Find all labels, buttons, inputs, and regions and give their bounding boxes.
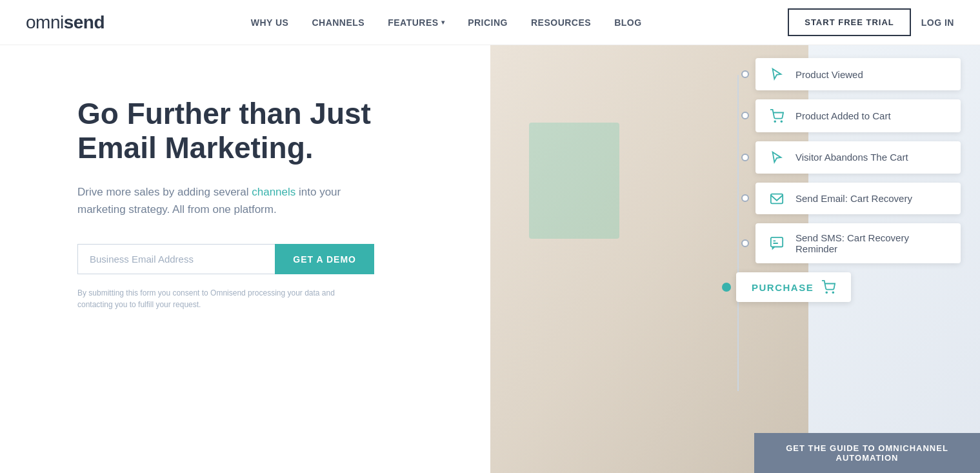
workflow-label-send-email: Send Email: Cart Recovery <box>795 193 912 204</box>
workflow-label-product-added: Product Added to Cart <box>795 110 891 121</box>
nav-item-resources[interactable]: RESOURCES <box>531 17 591 28</box>
channels-link[interactable]: channels <box>252 186 295 198</box>
main-content: Go Further than Just Email Marketing. Dr… <box>0 45 980 473</box>
hero-left: Go Further than Just Email Marketing. Dr… <box>0 45 490 473</box>
email-input[interactable] <box>77 244 275 274</box>
cursor-icon-2 <box>767 150 786 165</box>
hero-right: Product Viewed Product Added to Cart <box>490 45 981 473</box>
workflow-card-send-sms: Send SMS: Cart Recovery Reminder <box>755 223 961 263</box>
nav-item-channels[interactable]: CHANNELS <box>312 17 365 28</box>
form-disclaimer: By submitting this form you consent to O… <box>77 287 361 310</box>
get-demo-button[interactable]: GET A DEMO <box>275 244 374 274</box>
workflow-card-product-added: Product Added to Cart <box>755 99 961 132</box>
hero-subtitle: Drive more sales by adding several chann… <box>77 183 374 218</box>
workflow-dot-3 <box>741 154 749 161</box>
workflow-item-product-added: Product Added to Cart <box>741 99 961 132</box>
nav-item-pricing[interactable]: PRICING <box>468 17 508 28</box>
logo[interactable]: omnisend <box>26 12 105 33</box>
workflow-line <box>737 75 739 391</box>
email-form: GET A DEMO <box>77 244 374 274</box>
workflow-item-send-email: Send Email: Cart Recovery <box>741 183 961 214</box>
nav-item-why-us[interactable]: WHY US <box>251 17 289 28</box>
svg-point-4 <box>826 292 828 294</box>
bottom-cta-banner[interactable]: GET THE GUIDE TO OMNICHANNEL AUTOMATION <box>754 433 980 473</box>
nav-item-blog[interactable]: BLOG <box>614 17 641 28</box>
header-buttons: START FREE TRIAL LOG IN <box>788 8 954 36</box>
chevron-down-icon: ▾ <box>441 19 445 26</box>
svg-rect-3 <box>771 237 783 247</box>
purchase-row: PURCHASE <box>722 272 961 302</box>
purchase-cart-icon <box>821 280 835 294</box>
workflow-card-product-viewed: Product Viewed <box>755 58 961 90</box>
sms-icon <box>767 236 786 250</box>
purchase-dot <box>722 283 731 292</box>
workflow-card-send-email: Send Email: Cart Recovery <box>755 183 961 214</box>
email-icon <box>767 192 786 205</box>
workflow-label-product-viewed: Product Viewed <box>795 69 863 80</box>
svg-point-5 <box>833 292 834 294</box>
header: omnisend WHY US CHANNELS FEATURES ▾ PRIC… <box>0 0 980 45</box>
cart-icon-1 <box>767 108 786 123</box>
login-button[interactable]: LOG IN <box>921 17 954 28</box>
workflow-panel: Product Viewed Product Added to Cart <box>741 58 961 302</box>
workflow-dot-4 <box>741 194 749 202</box>
main-nav: WHY US CHANNELS FEATURES ▾ PRICING RESOU… <box>251 17 642 28</box>
workflow-item-product-viewed: Product Viewed <box>741 58 961 90</box>
workflow-label-visitor-abandons: Visitor Abandons The Cart <box>795 152 908 163</box>
svg-point-0 <box>774 121 775 122</box>
nav-item-features[interactable]: FEATURES ▾ <box>388 17 445 28</box>
workflow-dot-2 <box>741 112 749 119</box>
workflow-dot-1 <box>741 70 749 78</box>
purchase-label: PURCHASE <box>752 282 814 293</box>
workflow-card-visitor-abandons: Visitor Abandons The Cart <box>755 141 961 174</box>
hero-title: Go Further than Just Email Marketing. <box>77 97 452 165</box>
purchase-card: PURCHASE <box>736 272 851 302</box>
svg-point-1 <box>781 121 782 122</box>
svg-rect-2 <box>771 194 783 204</box>
start-free-trial-button[interactable]: START FREE TRIAL <box>788 8 911 36</box>
workflow-item-send-sms: Send SMS: Cart Recovery Reminder <box>741 223 961 263</box>
workflow-dot-5 <box>741 239 749 247</box>
cursor-icon-1 <box>767 67 786 81</box>
workflow-label-send-sms: Send SMS: Cart Recovery Reminder <box>795 232 949 254</box>
workflow-item-visitor-abandons: Visitor Abandons The Cart <box>741 141 961 174</box>
